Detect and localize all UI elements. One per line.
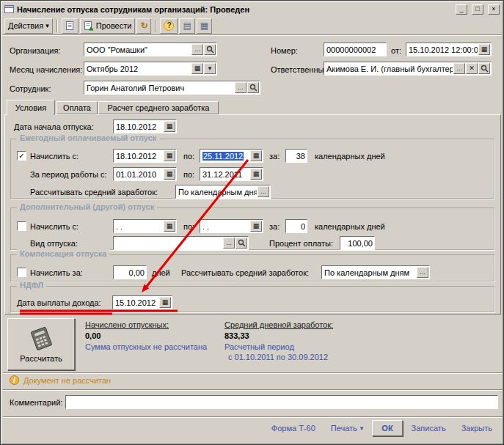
responsible-field[interactable]: Акимова Е. И. (главный бухгалтер ... ✕	[324, 62, 492, 76]
choose-button[interactable]: ...	[223, 238, 235, 249]
pay-percent-field[interactable]: 100,00	[340, 236, 375, 250]
chevron-down-icon[interactable]: ▾	[204, 63, 216, 74]
accrued-amount: 0,00	[85, 331, 101, 340]
maximize-button[interactable]: □	[472, 4, 483, 15]
close-button[interactable]: ×	[488, 4, 500, 15]
print-button[interactable]: Печать ▾	[324, 420, 370, 436]
annual-days-value[interactable]: 38	[288, 152, 306, 161]
compensation-days-value[interactable]: 0,00	[116, 268, 145, 277]
additional-from-value[interactable]: . .	[116, 222, 163, 231]
vacation-kind-field[interactable]: ...	[113, 236, 249, 250]
toolbar: Действия ▾ Провести ↻ ? ▤ ▦	[2, 17, 502, 35]
vacation-start-value[interactable]: 18.10.2012	[116, 122, 163, 131]
organization-value[interactable]: ООО "Ромашки"	[87, 45, 191, 54]
calendar-icon[interactable]: ▦	[164, 221, 175, 232]
annual-from-value[interactable]: 18.10.2012	[116, 152, 163, 161]
ok-button[interactable]: ОК	[372, 420, 402, 436]
choose-button[interactable]: ...	[258, 186, 269, 197]
additional-to-value[interactable]: . .	[202, 222, 249, 231]
annual-accrue-checkbox[interactable]: ✓	[17, 151, 26, 161]
annual-accrue-label: Начислить с:	[30, 150, 78, 163]
compensation-avg-value[interactable]: По календарным дням	[324, 268, 416, 277]
calendar-icon[interactable]: ▦	[164, 121, 175, 132]
work-period-from-field[interactable]: 01.01.2010 ▦	[113, 167, 177, 181]
work-period-to-field[interactable]: 31.12.2011 ▦	[200, 167, 263, 181]
annual-avg-field[interactable]: По календарным дня ...	[175, 185, 271, 199]
open-magnifier-icon[interactable]	[478, 63, 490, 74]
work-period-to-value[interactable]: 31.12.2011	[202, 170, 249, 179]
post-button[interactable]: Провести	[80, 18, 136, 34]
choose-button[interactable]: ...	[191, 44, 203, 55]
actions-label: Действия	[8, 21, 43, 30]
comment-input[interactable]	[65, 395, 498, 409]
document-datetime-field[interactable]: 15.10.2012 12:00:00 ▦	[406, 43, 492, 56]
compensation-days-field[interactable]: 0,00	[113, 265, 147, 279]
post-label: Провести	[96, 21, 132, 30]
calendar-icon[interactable]: ▦	[250, 221, 262, 232]
calc-period-link[interactable]: Расчетный период	[224, 342, 294, 351]
minimize-button[interactable]: _	[456, 4, 467, 15]
number-value[interactable]: 00000000002	[326, 45, 385, 54]
calculate-button[interactable]: Рассчитать	[7, 318, 75, 370]
annual-days-field[interactable]: 38	[285, 149, 307, 163]
calendar-icon[interactable]: ▦	[478, 44, 490, 55]
form-t60-button[interactable]: Форма Т-60	[265, 420, 322, 436]
additional-to-field[interactable]: . . ▦	[200, 219, 263, 233]
accrual-month-value[interactable]: Октябрь 2012	[87, 65, 191, 73]
tab-average-earnings[interactable]: Расчет среднего заработка	[98, 101, 219, 114]
organization-field[interactable]: ООО "Ромашки" ...	[84, 43, 217, 56]
open-magnifier-icon[interactable]	[247, 82, 259, 93]
pay-percent-value[interactable]: 100,00	[343, 239, 373, 248]
tab-payment[interactable]: Оплата	[56, 101, 98, 114]
open-magnifier-icon[interactable]	[235, 238, 247, 249]
reread-button[interactable]: ↻	[136, 18, 151, 34]
calendar-icon[interactable]: ▦	[164, 169, 175, 180]
calendar-icon[interactable]: ▦	[164, 150, 175, 161]
work-period-from-value[interactable]: 01.01.2010	[116, 170, 163, 179]
choose-button[interactable]: ...	[453, 63, 465, 74]
additional-accrue-checkbox[interactable]	[17, 221, 26, 231]
annual-to-value-wrap[interactable]: 25.11.2012	[202, 152, 249, 161]
structure-button[interactable]: ▤	[179, 18, 194, 34]
status-message: Документ не рассчитан	[23, 376, 111, 385]
calendar-icon[interactable]: ▦	[250, 169, 262, 180]
choose-button[interactable]: ...	[235, 82, 246, 93]
open-magnifier-icon[interactable]	[204, 44, 216, 55]
calendar-icon[interactable]: ▦	[159, 297, 171, 308]
compensation-days-suffix: дней	[152, 266, 170, 280]
additional-days-suffix: календарных дней	[315, 220, 385, 234]
annual-to-field[interactable]: 25.11.2012 ▦	[200, 149, 263, 163]
accrual-month-field[interactable]: Октябрь 2012 ▦ ▾	[84, 62, 217, 76]
annual-to-value[interactable]: 25.11.2012	[202, 152, 244, 161]
additional-from-field[interactable]: . . ▦	[113, 219, 177, 233]
avg-earnings-header: Средний дневной заработок:	[224, 320, 333, 329]
annual-avg-value[interactable]: По календарным дня	[178, 188, 257, 196]
choose-button[interactable]: ...	[417, 267, 428, 278]
compensation-checkbox[interactable]	[17, 268, 26, 277]
additional-to-label: по:	[183, 220, 194, 234]
help-button[interactable]: ?	[160, 18, 178, 34]
window-title: Начисление отпуска сотрудникам организац…	[17, 5, 451, 14]
tab-conditions[interactable]: Условия	[7, 100, 55, 115]
additional-days-value[interactable]: 0	[288, 222, 306, 231]
close-window-button[interactable]: Закрыть	[455, 420, 499, 436]
employee-value[interactable]: Горин Анатолий Петрович	[87, 84, 234, 92]
calendar-icon[interactable]: ▦	[191, 63, 203, 74]
document-datetime-value[interactable]: 15.10.2012 12:00:00	[409, 45, 478, 54]
clear-icon[interactable]: ✕	[466, 63, 478, 74]
save-button[interactable]: Записать	[405, 420, 453, 436]
employee-field[interactable]: Горин Анатолий Петрович ...	[84, 81, 260, 95]
number-field[interactable]: 00000000002	[324, 43, 387, 56]
actions-button[interactable]: Действия ▾	[4, 18, 53, 34]
compensation-avg-field[interactable]: По календарным дням ...	[321, 265, 430, 279]
responsible-value[interactable]: Акимова Е. И. (главный бухгалтер	[326, 65, 453, 73]
compensation-group-title: Компенсация отпуска	[17, 249, 109, 258]
save-document-button[interactable]	[62, 18, 78, 34]
settings-button[interactable]: ▦	[197, 18, 212, 34]
additional-days-field[interactable]: 0	[285, 219, 307, 233]
payout-date-field[interactable]: 15.10.2012 ▦	[112, 295, 172, 309]
annual-from-field[interactable]: 18.10.2012 ▦	[113, 149, 177, 163]
calendar-icon[interactable]: ▦	[250, 150, 262, 161]
payout-date-value[interactable]: 15.10.2012	[115, 298, 158, 307]
vacation-start-field[interactable]: 18.10.2012 ▦	[113, 119, 177, 133]
